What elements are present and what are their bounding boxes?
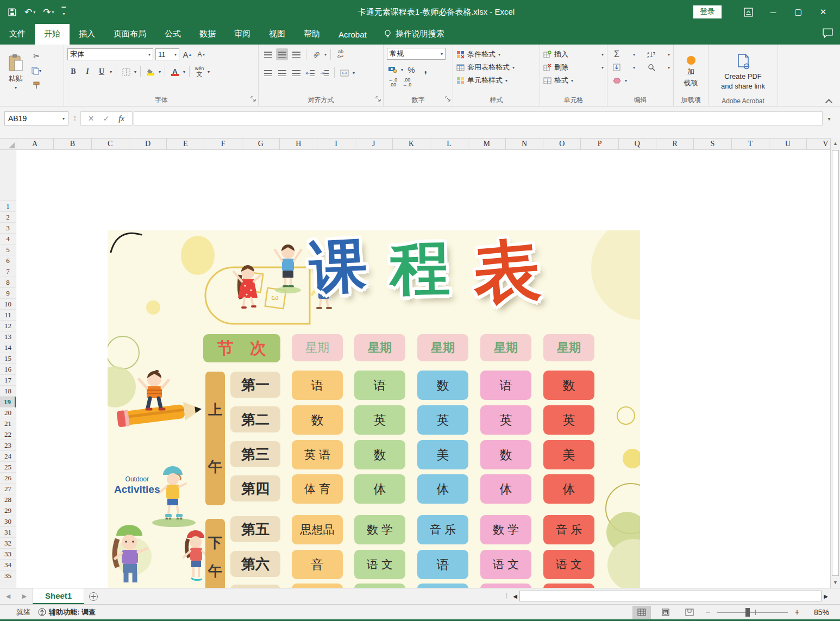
row-header-25[interactable]: 25 [0, 462, 16, 473]
row-header-30[interactable]: 30 [0, 516, 16, 527]
find-select-icon[interactable] [645, 61, 657, 73]
decrease-font-icon[interactable]: A▼ [196, 48, 208, 60]
sheet-tab-sheet1[interactable]: Sheet1 [33, 588, 84, 604]
row-header-31[interactable]: 31 [0, 527, 16, 538]
cell-styles-button[interactable]: 单元格样式▾ [456, 74, 536, 87]
horizontal-scroll-thumb[interactable] [519, 591, 822, 601]
clear-icon[interactable] [611, 74, 623, 86]
row-header-17[interactable]: 17 [0, 375, 16, 386]
row-header-13[interactable]: 13 [0, 331, 16, 342]
tab-acrobat[interactable]: Acrobat [329, 25, 376, 45]
column-header-H[interactable]: H [280, 139, 317, 149]
increase-decimal-icon[interactable]: ←.0.00 [387, 77, 399, 89]
enter-icon[interactable]: ✓ [99, 114, 114, 123]
row-header-19[interactable]: 19 [0, 397, 16, 407]
row-header-29[interactable]: 29 [0, 505, 16, 516]
row-header-27[interactable]: 27 [0, 484, 16, 494]
column-header-J[interactable]: J [355, 139, 393, 149]
formula-input[interactable] [134, 111, 823, 126]
row-header-4[interactable]: 4 [0, 234, 16, 244]
column-header-I[interactable]: I [317, 139, 355, 149]
column-header-S[interactable]: S [694, 139, 731, 149]
copy-icon[interactable]: ▾ [30, 65, 42, 77]
wrap-text-icon[interactable]: abc↵ [335, 48, 347, 60]
tab-home[interactable]: 开始 [35, 24, 70, 45]
expand-formula-bar-icon[interactable]: ▾ [823, 116, 836, 122]
row-header-7[interactable]: 7 [0, 266, 16, 277]
page-layout-view-icon[interactable] [656, 606, 675, 619]
increase-font-icon[interactable]: A▲ [181, 48, 193, 60]
font-name-select[interactable]: 宋体▾ [67, 48, 153, 60]
ribbon-display-options-icon[interactable] [736, 4, 761, 20]
column-header-B[interactable]: B [54, 139, 91, 149]
row-header-28[interactable]: 28 [0, 494, 16, 505]
close-button[interactable]: ✕ [811, 4, 836, 20]
column-header-M[interactable]: M [468, 139, 506, 149]
row-header-14[interactable]: 14 [0, 342, 16, 353]
tab-insert[interactable]: 插入 [70, 24, 104, 45]
tab-data[interactable]: 数据 [190, 24, 225, 45]
column-header-F[interactable]: F [204, 139, 242, 149]
zoom-percentage[interactable]: 85% [806, 608, 829, 617]
bold-button[interactable]: B [67, 66, 79, 78]
redo-icon[interactable]: ↷▾ [43, 7, 54, 18]
customize-qat-icon[interactable]: ▔▾ [62, 9, 66, 15]
percent-style-icon[interactable]: % [405, 64, 417, 76]
row-header-32[interactable]: 32 [0, 538, 16, 549]
row-header-18[interactable]: 18 [0, 386, 16, 397]
row-header-21[interactable]: 21 [0, 418, 16, 429]
column-header-C[interactable]: C [92, 139, 129, 149]
vertical-scrollbar[interactable]: ▲ ▼ [830, 138, 840, 588]
row-header-24[interactable]: 24 [0, 451, 16, 462]
row-header-23[interactable]: 23 [0, 440, 16, 451]
login-button[interactable]: 登录 [693, 5, 722, 18]
row-header-35[interactable]: 35 [0, 570, 16, 581]
sheet-canvas[interactable]: 6 3 [16, 150, 830, 588]
comments-icon[interactable] [822, 28, 840, 45]
row-header-2[interactable]: 2 [0, 212, 16, 223]
column-header-A[interactable]: A [16, 139, 54, 149]
align-center-icon[interactable] [276, 67, 288, 79]
row-header-20[interactable]: 20 [0, 407, 16, 418]
row-header-5[interactable]: 5 [0, 244, 16, 255]
decrease-indent-icon[interactable]: ⇤ [304, 67, 316, 79]
page-break-view-icon[interactable] [680, 606, 699, 619]
merge-center-icon[interactable] [338, 67, 350, 79]
tab-page-layout[interactable]: 页面布局 [104, 24, 155, 45]
save-icon[interactable] [8, 8, 17, 17]
column-header-P[interactable]: P [581, 139, 618, 149]
collapse-ribbon-icon[interactable] [825, 98, 832, 104]
row-header-26[interactable]: 26 [0, 473, 16, 484]
italic-button[interactable]: I [82, 66, 93, 78]
row-header-1[interactable]: 1 [0, 201, 16, 212]
format-cells-button[interactable]: 格式▾ [543, 74, 604, 87]
column-header-L[interactable]: L [430, 139, 468, 149]
tab-help[interactable]: 帮助 [294, 24, 329, 45]
conditional-formatting-button[interactable]: 条件格式▾ [456, 48, 536, 61]
scroll-left-icon[interactable]: ◀ [511, 590, 519, 602]
zoom-out-icon[interactable]: − [704, 607, 712, 617]
alignment-dialog-launcher[interactable] [375, 94, 381, 104]
borders-icon[interactable] [120, 66, 132, 78]
column-header-Q[interactable]: Q [619, 139, 656, 149]
normal-view-icon[interactable] [632, 606, 651, 619]
row-header-6[interactable]: 6 [0, 255, 16, 266]
scroll-right-icon[interactable]: ▶ [822, 590, 830, 602]
row-header-16[interactable]: 16 [0, 364, 16, 375]
column-header-T[interactable]: T [732, 139, 769, 149]
font-size-select[interactable]: 11▾ [155, 48, 179, 60]
select-all-corner[interactable] [0, 138, 16, 150]
create-pdf-button[interactable]: Create PDF and share link [712, 48, 774, 96]
sheet-nav-right-icon[interactable]: ▶ [16, 588, 33, 604]
zoom-slider[interactable] [717, 606, 788, 619]
increase-indent-icon[interactable]: ⇥ [318, 67, 330, 79]
format-as-table-button[interactable]: 套用表格格式▾ [456, 61, 536, 74]
tab-scroll-splitter[interactable]: ⁞ [506, 592, 507, 599]
row-header-22[interactable]: 22 [0, 429, 16, 440]
minimize-button[interactable]: ─ [761, 4, 786, 20]
decrease-decimal-icon[interactable]: .00→.0 [401, 77, 413, 89]
tab-review[interactable]: 审阅 [225, 24, 260, 45]
fill-color-icon[interactable] [145, 66, 156, 78]
font-color-icon[interactable]: A [169, 66, 181, 78]
row-header-8[interactable]: 8 [0, 277, 16, 288]
